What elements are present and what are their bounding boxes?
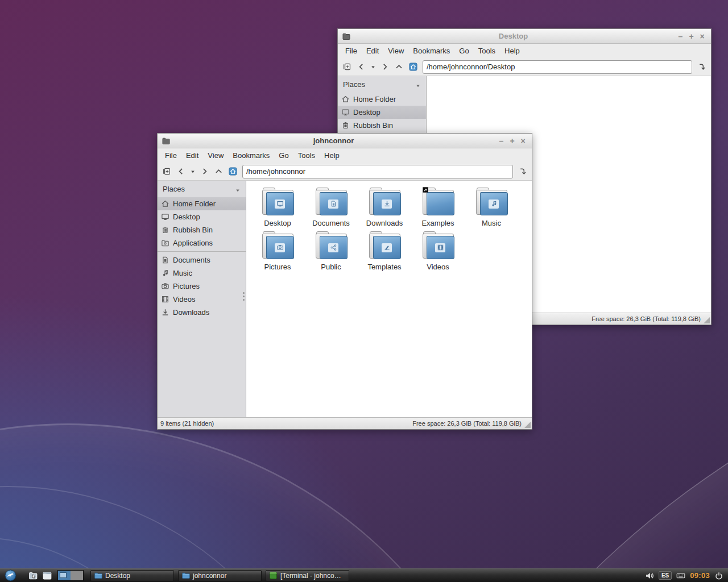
file-folder[interactable]: Music [465,188,518,232]
menu-item[interactable]: File [341,45,362,57]
minimize-button[interactable]: – [676,32,685,41]
file-view[interactable]: Desktop Documents [246,181,532,417]
new-tab-button[interactable] [341,60,354,73]
sidebar-mode-selector[interactable]: Places [158,181,246,197]
sidebar-item[interactable]: Pictures [158,280,246,293]
maximize-button[interactable]: + [507,136,517,146]
folder-icon [262,234,293,259]
sidebar-item[interactable]: Home Folder [338,93,426,106]
jump-to-button[interactable] [516,165,529,178]
folder-emblem-icon [489,199,499,209]
menu-item[interactable]: Tools [293,149,320,161]
folder-emblem-icon [275,243,285,252]
new-tab-button[interactable] [160,165,173,178]
resize-grip[interactable] [524,422,531,428]
system-tray: ES 09:03 [645,571,726,580]
sidebar-item[interactable]: Documents [158,253,246,267]
resize-grip[interactable] [704,317,710,323]
file-folder[interactable]: Downloads [358,188,411,232]
jump-to-button[interactable] [695,60,708,73]
titlebar[interactable]: Desktop – + × [338,29,711,44]
keyboard-layout-badge[interactable]: ES [659,571,672,580]
menu-item[interactable]: Bookmarks [408,45,454,57]
menu-item[interactable]: Tools [474,45,500,57]
up-button[interactable] [212,165,225,178]
quick-launch-button[interactable] [41,570,53,581]
menu-item[interactable]: Go [454,45,473,57]
up-button[interactable] [392,60,406,73]
taskbar-window-button[interactable]: [Terminal - johnco… [266,570,349,581]
file-folder[interactable]: Documents [304,188,358,232]
minimize-button[interactable]: – [497,136,506,146]
menu-item[interactable]: Help [320,149,344,161]
menu-item[interactable]: Bookmarks [228,149,274,161]
sidebar-item-icon [161,269,169,277]
statusbar: 9 items (21 hidden) Free space: 26,3 GiB… [158,417,532,429]
pane-splitter[interactable] [243,292,245,301]
clock[interactable]: 09:03 [690,571,710,580]
menu-item[interactable]: View [383,45,408,57]
sidebar-item[interactable]: Downloads [158,306,246,319]
file-label: Music [482,219,501,227]
sidebar-item[interactable]: Music [158,267,246,280]
workspace-cell[interactable] [58,571,71,580]
menu-item[interactable]: Help [500,45,524,57]
back-button[interactable] [355,60,368,73]
address-bar[interactable] [242,165,513,178]
window-johnconnor: johnconnor – + × FileEditViewBookmarksGo… [157,133,532,430]
history-dropdown-button[interactable] [189,165,197,178]
workspace-pager[interactable] [57,570,84,581]
menu-item[interactable]: Edit [181,149,203,161]
close-button[interactable]: × [697,32,707,41]
sidebar-item[interactable]: Videos [158,293,246,306]
quick-launch-button[interactable] [27,570,39,581]
home-button[interactable] [407,60,420,73]
file-folder[interactable]: Videos [411,232,465,276]
sidebar-item[interactable]: Home Folder [158,197,246,210]
file-folder[interactable]: Pictures [251,232,304,276]
menu-item[interactable]: View [203,149,228,161]
home-button[interactable] [226,165,239,178]
power-icon[interactable] [714,571,723,580]
taskbar-window-button[interactable]: johnconnor [178,570,262,581]
taskbar-window-button[interactable]: Desktop [90,570,174,581]
back-button[interactable] [175,165,188,178]
folder-emblem-icon [435,243,445,252]
wallpaper-arc [0,423,523,582]
file-label: Public [321,263,341,271]
places-sidebar: Places Home Folder Desktop [158,181,246,417]
maximize-button[interactable]: + [686,32,696,41]
start-menu-button[interactable] [2,569,19,582]
sidebar-item-icon [161,282,169,290]
file-folder[interactable]: Templates [358,232,411,276]
sidebar-item[interactable]: Rubbish Bin [158,223,246,236]
file-folder[interactable]: Examples [411,188,465,232]
titlebar[interactable]: johnconnor – + × [158,134,532,148]
sidebar-item[interactable]: Rubbish Bin [338,119,426,132]
file-label: Templates [367,263,401,271]
forward-button[interactable] [198,165,211,178]
menu-item[interactable]: Edit [362,45,383,57]
volume-icon[interactable] [645,571,654,580]
file-folder[interactable]: Desktop [251,188,304,232]
history-dropdown-button[interactable] [369,60,377,73]
free-space-label: Free space: 26,3 GiB (Total: 119,8 GiB) [592,315,701,322]
close-button[interactable]: × [518,136,528,146]
sidebar-item[interactable]: Desktop [338,106,426,119]
sidebar-item[interactable]: Desktop [158,210,246,223]
menu-item[interactable]: File [160,149,181,161]
sidebar-item[interactable]: Applications [158,236,246,250]
file-folder[interactable]: Public [304,232,358,276]
workspace-cell[interactable] [71,571,83,580]
sidebar-mode-selector[interactable]: Places [338,76,426,93]
sidebar-item-label: Music [173,269,192,277]
forward-button[interactable] [378,60,391,73]
taskbar-window-icon [94,571,102,580]
folder-icon [316,234,347,259]
folder-icon [262,190,293,215]
sidebar-item-label: Rubbish Bin [353,121,393,130]
menu-item[interactable]: Go [274,149,293,161]
keyboard-icon[interactable] [676,571,685,580]
address-bar[interactable] [423,60,692,74]
desktop-wallpaper: Desktop – + × FileEditViewBookmarksGoToo… [0,0,728,582]
